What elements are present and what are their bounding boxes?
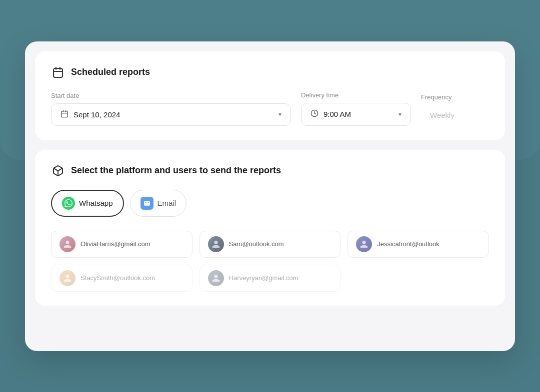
whatsapp-icon: [62, 197, 75, 210]
delivery-time-chevron: ▾: [398, 111, 402, 118]
user-email-harvey: Harveyryan@gmail.com: [229, 274, 298, 282]
svg-rect-0: [54, 68, 62, 77]
platform-buttons-row: Whatsapp Email: [51, 190, 489, 217]
start-date-group: Start date Sept 10, 2024 ▾: [51, 92, 291, 126]
delivery-time-group: Delivery time 9:00 AM ▾: [301, 91, 411, 126]
start-date-chevron: ▾: [278, 111, 282, 118]
avatar-stacy: [60, 270, 76, 286]
email-icon: [140, 197, 154, 210]
svg-rect-4: [62, 111, 68, 117]
user-chip-stacy[interactable]: StacySmith@outlook.com: [51, 265, 192, 292]
platform-section-icon: [51, 164, 65, 178]
scheduled-reports-section: Scheduled reports Start date Sept 10, 20: [35, 51, 505, 140]
user-chip-jessica[interactable]: Jessicafront@outlook: [348, 231, 489, 258]
avatar-harvey: [208, 270, 224, 286]
platform-section: Select the platform and users to send th…: [35, 150, 505, 306]
scheduled-reports-title: Scheduled reports: [71, 67, 150, 77]
main-card: Scheduled reports Start date Sept 10, 20: [25, 41, 515, 351]
section-header-platform: Select the platform and users to send th…: [51, 164, 489, 178]
start-date-value: Sept 10, 2024: [74, 110, 274, 119]
delivery-time-value: 9:00 AM: [324, 110, 394, 118]
frequency-value: Weekly: [430, 111, 454, 119]
section-header-scheduled: Scheduled reports: [51, 65, 489, 79]
start-date-select[interactable]: Sept 10, 2024 ▾: [51, 103, 291, 126]
delivery-time-select[interactable]: 9:00 AM ▾: [301, 103, 411, 126]
user-email-jessica: Jessicafront@outlook: [377, 240, 439, 248]
avatar-sam: [208, 236, 224, 252]
user-email-stacy: StacySmith@outlook.com: [80, 274, 155, 282]
user-email-sam: Sam@outlook.com: [229, 240, 284, 248]
calendar-section-icon: [51, 65, 65, 79]
whatsapp-button[interactable]: Whatsapp: [51, 190, 124, 217]
whatsapp-label: Whatsapp: [79, 199, 113, 207]
user-chip-harvey[interactable]: Harveyryan@gmail.com: [200, 265, 341, 292]
frequency-label: Frequency: [421, 93, 464, 101]
start-date-label: Start date: [51, 92, 291, 99]
user-chip-olivia[interactable]: OliviaHarris@gmail.com: [51, 231, 192, 258]
platform-section-title: Select the platform and users to send th…: [71, 165, 281, 176]
users-grid: OliviaHarris@gmail.com Sam@outlook.com J…: [51, 231, 489, 292]
delivery-time-label: Delivery time: [301, 91, 411, 99]
fields-row: Start date Sept 10, 2024 ▾: [51, 91, 489, 126]
calendar-input-icon: [60, 110, 68, 119]
clock-icon: [310, 109, 318, 119]
avatar-olivia: [60, 236, 76, 252]
avatar-jessica: [356, 236, 372, 252]
email-label: Email: [158, 199, 176, 207]
user-chip-sam[interactable]: Sam@outlook.com: [200, 231, 341, 258]
email-button[interactable]: Email: [130, 190, 187, 217]
user-email-olivia: OliviaHarris@gmail.com: [80, 240, 150, 248]
frequency-group: Frequency Weekly: [421, 93, 464, 126]
